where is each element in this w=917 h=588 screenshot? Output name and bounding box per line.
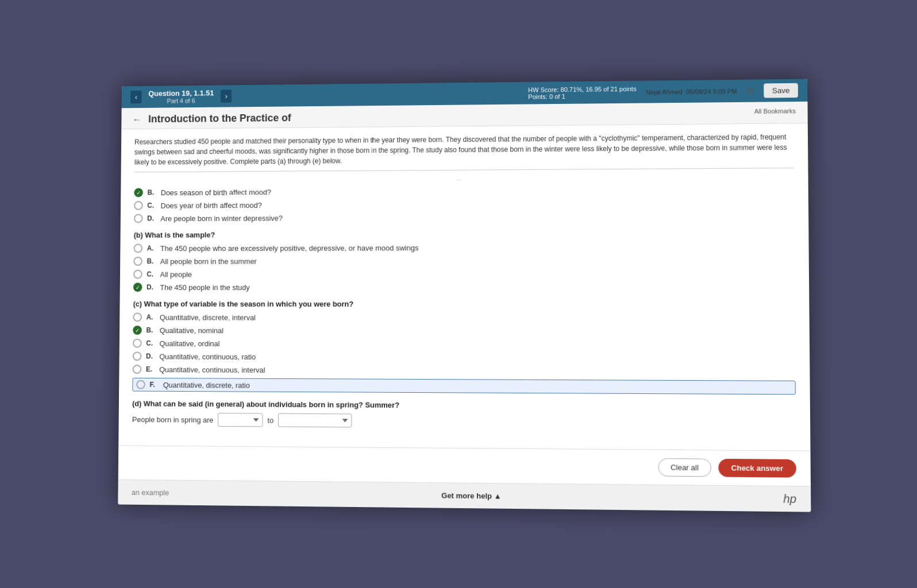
part-a-section: B. Does season of birth affect mood? C. … [134, 184, 795, 223]
list-item[interactable]: A. Quantitative, discrete, interval [133, 312, 795, 322]
hw-score: HW Score: 80.71%, 16.95 of 21 points [528, 85, 636, 93]
list-item[interactable]: A. The 450 people who are excessively po… [133, 242, 794, 253]
list-item-highlighted[interactable]: F. Quantitative, discrete, ratio [132, 377, 795, 394]
gear-icon[interactable]: ⚙ [746, 85, 754, 96]
points-label: Points: 0 of 1 [528, 92, 636, 100]
list-item[interactable]: B. Qualitative, nominal [133, 326, 795, 336]
part-d-people-label: People born in spring are [132, 415, 214, 424]
part-c-label: (c) What type of variable is the season … [133, 299, 795, 308]
back-arrow-button[interactable]: ‹ [130, 90, 142, 103]
example-label: an example [132, 488, 169, 497]
part-b-section: (b) What is the sample? A. The 450 peopl… [133, 229, 795, 292]
get-more-help-button[interactable]: Get more help ▲ [441, 491, 502, 500]
spring-dropdown-1[interactable]: likely unlikely [218, 413, 263, 427]
question-label: Question 19, 1.1.51 [148, 88, 214, 98]
radio-c-d[interactable] [133, 351, 142, 361]
list-item[interactable]: C. All people [133, 269, 795, 278]
radio-b-c[interactable] [133, 269, 142, 278]
all-bookmarks-link[interactable]: All Bookmarks [754, 107, 796, 115]
list-item[interactable]: C. Does year of birth affect mood? [134, 198, 794, 210]
part-d-row: People born in spring are likely unlikel… [132, 412, 796, 431]
user-info: Nejat Ahmed 06/08/24 5:09 PM [646, 87, 737, 95]
part-b-label: (b) What is the sample? [134, 229, 795, 239]
part-c-section: (c) What type of variable is the season … [132, 299, 795, 394]
course-title: Introduction to the Practice of [148, 112, 291, 125]
list-item[interactable]: B. All people born in the summer [133, 255, 795, 265]
radio-c-f[interactable] [136, 380, 145, 389]
part-d-section: (d) What can be said (in general) about … [132, 399, 796, 430]
back-to-course-icon[interactable]: ← [133, 114, 142, 125]
radio-b-a[interactable] [133, 243, 142, 253]
radio-c-c[interactable] [133, 338, 142, 347]
dots-indicator: ··· [134, 174, 794, 185]
to-label: to [267, 416, 273, 424]
passage-text: Researchers studied 450 people and match… [134, 131, 794, 172]
forward-arrow-button[interactable]: › [221, 90, 232, 103]
radio-c-e[interactable] [133, 365, 142, 374]
save-button[interactable]: Save [764, 83, 798, 98]
radio-b-b[interactable] [133, 257, 142, 266]
radio-d[interactable] [134, 214, 143, 223]
list-item[interactable]: D. The 450 people in the study [133, 282, 795, 291]
radio-c-b-checked[interactable] [133, 326, 142, 335]
action-bar: Clear all Check answer [118, 445, 811, 486]
part-label: Part 4 of 6 [148, 97, 214, 105]
hp-logo: hp [783, 492, 796, 506]
list-item[interactable]: C. Qualitative, ordinal [133, 338, 795, 349]
list-item[interactable]: B. Does season of birth affect mood? [134, 184, 794, 197]
check-answer-button[interactable]: Check answer [718, 458, 796, 477]
radio-b-d-checked[interactable] [133, 283, 142, 292]
list-item[interactable]: D. Are people born in winter depressive? [134, 211, 795, 222]
radio-c[interactable] [134, 201, 143, 210]
list-item[interactable]: E. Quantitative, continuous, interval [133, 365, 796, 377]
spring-dropdown-2[interactable]: depressive positive have mood swings [278, 413, 352, 427]
clear-all-button[interactable]: Clear all [658, 458, 711, 476]
radio-b-checked[interactable] [134, 188, 143, 197]
list-item[interactable]: D. Quantitative, continuous, ratio [133, 351, 796, 363]
radio-c-a[interactable] [133, 312, 142, 322]
part-d-label: (d) What can be said (in general) about … [132, 399, 796, 412]
